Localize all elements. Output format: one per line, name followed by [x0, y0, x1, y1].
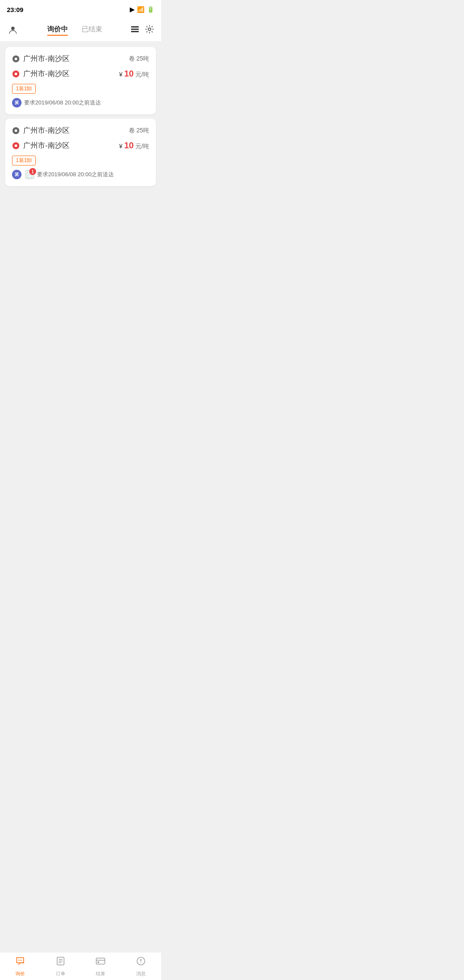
nav-right-icons — [130, 24, 154, 36]
nav-tabs: 询价中 已结束 — [22, 25, 127, 36]
from-row-1: 广州市-南沙区 卷 25吨 — [12, 54, 149, 64]
bid-icon-2: 📄 1 — [25, 170, 34, 179]
delivery-text-1: 要求2019/06/08 20:00之前送达 — [24, 99, 101, 107]
price-display-1: ¥ 10 元/吨 — [119, 69, 149, 79]
tab-inquiring[interactable]: 询价中 — [47, 25, 68, 36]
to-pin-icon-1 — [12, 70, 20, 78]
badge-1: 1 — [29, 168, 36, 175]
settings-icon[interactable] — [145, 24, 154, 36]
svg-point-10 — [15, 129, 17, 132]
svg-point-6 — [15, 58, 17, 60]
inquiry-card-1[interactable]: 广州市-南沙区 卷 25吨 广州市-南沙区 ¥ 10 元/吨 1装1卸 — [5, 47, 156, 114]
price-display-2: ¥ 10 元/吨 — [119, 141, 149, 150]
price-unit-2: 元/吨 — [135, 143, 149, 150]
delivery-text-2: 要求2019/06/08 20:00之前送达 — [37, 171, 114, 178]
svg-point-0 — [11, 27, 15, 30]
layers-icon[interactable] — [130, 24, 140, 36]
svg-rect-3 — [131, 31, 139, 32]
status-bar: 23:09 ▶ 📶 🔋 — [0, 0, 161, 19]
to-row-2: 广州市-南沙区 ¥ 10 元/吨 — [12, 141, 149, 150]
from-pin-icon-1 — [12, 55, 20, 63]
price-unit-1: 元/吨 — [135, 71, 149, 78]
content: 广州市-南沙区 卷 25吨 广州市-南沙区 ¥ 10 元/吨 1装1卸 — [0, 42, 161, 220]
delivery-row-1: 派 要求2019/06/08 20:00之前送达 — [12, 98, 149, 107]
from-city-1: 广州市-南沙区 — [23, 54, 70, 64]
user-icon[interactable] — [7, 24, 19, 36]
play-icon: ▶ — [130, 6, 134, 13]
status-icons: ▶ 📶 🔋 — [130, 6, 154, 13]
battery-icon: 🔋 — [147, 6, 154, 13]
tag-row-1: 1装1卸 — [12, 84, 149, 94]
to-pin-icon-2 — [12, 142, 20, 150]
tab-ended[interactable]: 已结束 — [82, 25, 102, 36]
tag-row-2: 1装1卸 — [12, 156, 149, 165]
svg-rect-1 — [131, 26, 139, 28]
inquiry-card-2[interactable]: 广州市-南沙区 卷 25吨 广州市-南沙区 ¥ 10 元/吨 1装1卸 — [5, 119, 156, 186]
to-row-1: 广州市-南沙区 ¥ 10 元/吨 — [12, 69, 149, 79]
delivery-row-2: 派 📄 1 要求2019/06/08 20:00之前送达 — [12, 170, 149, 179]
price-value-1: 10 — [124, 69, 134, 78]
to-city-1: 广州市-南沙区 — [23, 69, 70, 79]
svg-point-8 — [15, 73, 17, 75]
top-nav: 询价中 已结束 — [0, 19, 161, 42]
from-right-2: 卷 25吨 — [129, 127, 149, 135]
from-pin-icon-2 — [12, 127, 20, 135]
from-city-2: 广州市-南沙区 — [23, 126, 70, 135]
svg-point-12 — [15, 144, 17, 147]
price-value-2: 10 — [124, 141, 134, 150]
svg-rect-2 — [131, 28, 139, 30]
svg-point-4 — [148, 28, 151, 31]
pai-icon-1: 派 — [12, 98, 21, 107]
from-right-1: 卷 25吨 — [129, 55, 149, 63]
tag-2: 1装1卸 — [12, 156, 36, 165]
signal-icon: 📶 — [137, 6, 144, 13]
pai-icon-2: 派 — [12, 170, 21, 179]
tag-1: 1装1卸 — [12, 84, 36, 94]
to-city-2: 广州市-南沙区 — [23, 141, 70, 150]
status-time: 23:09 — [7, 6, 23, 13]
from-row-2: 广州市-南沙区 卷 25吨 — [12, 126, 149, 135]
